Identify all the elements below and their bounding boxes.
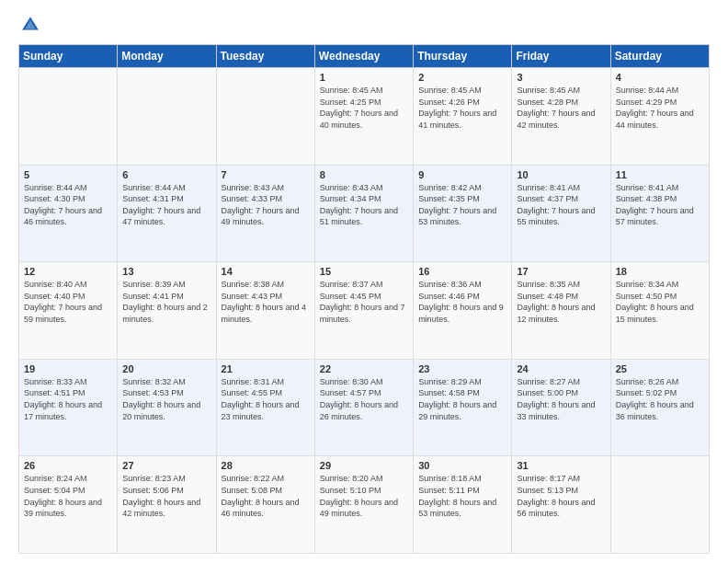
- day-number: 17: [517, 266, 605, 277]
- week-row-1: 1Sunrise: 8:45 AMSunset: 4:25 PMDaylight…: [19, 68, 710, 166]
- day-info: Sunrise: 8:45 AMSunset: 4:28 PMDaylight:…: [517, 85, 605, 131]
- day-cell: 20Sunrise: 8:32 AMSunset: 4:53 PMDayligh…: [118, 359, 216, 456]
- day-cell: 15Sunrise: 8:37 AMSunset: 4:45 PMDayligh…: [314, 262, 413, 360]
- day-number: 29: [320, 460, 408, 471]
- day-info: Sunrise: 8:38 AMSunset: 4:43 PMDaylight:…: [222, 279, 310, 325]
- weekday-header-thursday: Thursday: [414, 45, 512, 68]
- weekday-header-wednesday: Wednesday: [314, 45, 413, 68]
- day-info: Sunrise: 8:44 AMSunset: 4:30 PMDaylight:…: [24, 182, 112, 228]
- day-info: Sunrise: 8:23 AMSunset: 5:06 PMDaylight:…: [122, 473, 210, 519]
- day-info: Sunrise: 8:31 AMSunset: 4:55 PMDaylight:…: [222, 376, 310, 422]
- day-number: 7: [222, 169, 310, 180]
- day-cell: 11Sunrise: 8:41 AMSunset: 4:38 PMDayligh…: [610, 165, 709, 262]
- day-number: 20: [122, 363, 210, 374]
- day-number: 9: [418, 169, 506, 180]
- day-number: 28: [222, 460, 310, 471]
- day-cell: [19, 68, 118, 166]
- day-cell: 21Sunrise: 8:31 AMSunset: 4:55 PMDayligh…: [216, 359, 314, 456]
- day-number: 14: [222, 266, 310, 277]
- calendar-table: SundayMondayTuesdayWednesdayThursdayFrid…: [18, 44, 710, 554]
- day-number: 4: [616, 72, 704, 83]
- day-number: 5: [24, 169, 112, 180]
- day-cell: 17Sunrise: 8:35 AMSunset: 4:48 PMDayligh…: [512, 262, 610, 360]
- day-cell: 18Sunrise: 8:34 AMSunset: 4:50 PMDayligh…: [610, 262, 709, 360]
- day-cell: 16Sunrise: 8:36 AMSunset: 4:46 PMDayligh…: [414, 262, 512, 360]
- day-number: 26: [24, 460, 112, 471]
- day-info: Sunrise: 8:22 AMSunset: 5:08 PMDaylight:…: [222, 473, 310, 519]
- day-cell: 24Sunrise: 8:27 AMSunset: 5:00 PMDayligh…: [512, 359, 610, 456]
- day-info: Sunrise: 8:36 AMSunset: 4:46 PMDaylight:…: [418, 279, 506, 325]
- day-info: Sunrise: 8:18 AMSunset: 5:11 PMDaylight:…: [418, 473, 506, 519]
- day-info: Sunrise: 8:43 AMSunset: 4:33 PMDaylight:…: [222, 182, 310, 228]
- day-number: 25: [616, 363, 704, 374]
- weekday-header-monday: Monday: [118, 45, 216, 68]
- day-cell: 14Sunrise: 8:38 AMSunset: 4:43 PMDayligh…: [216, 262, 314, 360]
- weekday-header-saturday: Saturday: [610, 45, 709, 68]
- day-info: Sunrise: 8:27 AMSunset: 5:00 PMDaylight:…: [517, 376, 605, 422]
- day-cell: 30Sunrise: 8:18 AMSunset: 5:11 PMDayligh…: [414, 456, 512, 554]
- header: [18, 15, 710, 39]
- day-info: Sunrise: 8:41 AMSunset: 4:37 PMDaylight:…: [517, 182, 605, 228]
- day-info: Sunrise: 8:24 AMSunset: 5:04 PMDaylight:…: [24, 473, 112, 519]
- day-info: Sunrise: 8:39 AMSunset: 4:41 PMDaylight:…: [122, 279, 210, 325]
- day-number: 13: [122, 266, 210, 277]
- day-number: 24: [517, 363, 605, 374]
- day-cell: [610, 456, 709, 554]
- day-cell: [118, 68, 216, 166]
- day-info: Sunrise: 8:44 AMSunset: 4:29 PMDaylight:…: [616, 85, 704, 131]
- calendar-header: SundayMondayTuesdayWednesdayThursdayFrid…: [19, 45, 710, 68]
- day-info: Sunrise: 8:30 AMSunset: 4:57 PMDaylight:…: [320, 376, 408, 422]
- day-cell: [216, 68, 314, 166]
- week-row-4: 19Sunrise: 8:33 AMSunset: 4:51 PMDayligh…: [19, 359, 710, 456]
- day-number: 18: [616, 266, 704, 277]
- day-info: Sunrise: 8:41 AMSunset: 4:38 PMDaylight:…: [616, 182, 704, 228]
- day-number: 1: [320, 72, 408, 83]
- day-cell: 10Sunrise: 8:41 AMSunset: 4:37 PMDayligh…: [512, 165, 610, 262]
- day-info: Sunrise: 8:45 AMSunset: 4:25 PMDaylight:…: [320, 85, 408, 131]
- day-cell: 8Sunrise: 8:43 AMSunset: 4:34 PMDaylight…: [314, 165, 413, 262]
- weekday-header-tuesday: Tuesday: [216, 45, 314, 68]
- day-info: Sunrise: 8:20 AMSunset: 5:10 PMDaylight:…: [320, 473, 408, 519]
- day-info: Sunrise: 8:17 AMSunset: 5:13 PMDaylight:…: [517, 473, 605, 519]
- day-number: 23: [418, 363, 506, 374]
- logo-icon: [20, 15, 40, 35]
- day-info: Sunrise: 8:37 AMSunset: 4:45 PMDaylight:…: [320, 279, 408, 325]
- day-cell: 22Sunrise: 8:30 AMSunset: 4:57 PMDayligh…: [314, 359, 413, 456]
- day-number: 27: [122, 460, 210, 471]
- day-cell: 31Sunrise: 8:17 AMSunset: 5:13 PMDayligh…: [512, 456, 610, 554]
- day-info: Sunrise: 8:29 AMSunset: 4:58 PMDaylight:…: [418, 376, 506, 422]
- week-row-5: 26Sunrise: 8:24 AMSunset: 5:04 PMDayligh…: [19, 456, 710, 554]
- day-cell: 9Sunrise: 8:42 AMSunset: 4:35 PMDaylight…: [414, 165, 512, 262]
- day-cell: 4Sunrise: 8:44 AMSunset: 4:29 PMDaylight…: [610, 68, 709, 166]
- day-number: 19: [24, 363, 112, 374]
- day-info: Sunrise: 8:34 AMSunset: 4:50 PMDaylight:…: [616, 279, 704, 325]
- day-cell: 25Sunrise: 8:26 AMSunset: 5:02 PMDayligh…: [610, 359, 709, 456]
- day-info: Sunrise: 8:26 AMSunset: 5:02 PMDaylight:…: [616, 376, 704, 422]
- day-cell: 19Sunrise: 8:33 AMSunset: 4:51 PMDayligh…: [19, 359, 118, 456]
- logo: [18, 15, 42, 39]
- day-number: 11: [616, 169, 704, 180]
- calendar-body: 1Sunrise: 8:45 AMSunset: 4:25 PMDaylight…: [19, 68, 710, 554]
- day-number: 30: [418, 460, 506, 471]
- day-number: 15: [320, 266, 408, 277]
- day-cell: 6Sunrise: 8:44 AMSunset: 4:31 PMDaylight…: [118, 165, 216, 262]
- day-cell: 2Sunrise: 8:45 AMSunset: 4:26 PMDaylight…: [414, 68, 512, 166]
- day-number: 2: [418, 72, 506, 83]
- day-number: 12: [24, 266, 112, 277]
- day-number: 3: [517, 72, 605, 83]
- day-cell: 13Sunrise: 8:39 AMSunset: 4:41 PMDayligh…: [118, 262, 216, 360]
- calendar-page: SundayMondayTuesdayWednesdayThursdayFrid…: [0, 0, 728, 563]
- day-cell: 1Sunrise: 8:45 AMSunset: 4:25 PMDaylight…: [314, 68, 413, 166]
- day-number: 31: [517, 460, 605, 471]
- weekday-header-sunday: Sunday: [19, 45, 118, 68]
- weekday-header-row: SundayMondayTuesdayWednesdayThursdayFrid…: [19, 45, 710, 68]
- day-number: 6: [122, 169, 210, 180]
- day-info: Sunrise: 8:44 AMSunset: 4:31 PMDaylight:…: [122, 182, 210, 228]
- weekday-header-friday: Friday: [512, 45, 610, 68]
- day-info: Sunrise: 8:32 AMSunset: 4:53 PMDaylight:…: [122, 376, 210, 422]
- day-number: 10: [517, 169, 605, 180]
- day-info: Sunrise: 8:43 AMSunset: 4:34 PMDaylight:…: [320, 182, 408, 228]
- week-row-2: 5Sunrise: 8:44 AMSunset: 4:30 PMDaylight…: [19, 165, 710, 262]
- day-cell: 23Sunrise: 8:29 AMSunset: 4:58 PMDayligh…: [414, 359, 512, 456]
- day-number: 8: [320, 169, 408, 180]
